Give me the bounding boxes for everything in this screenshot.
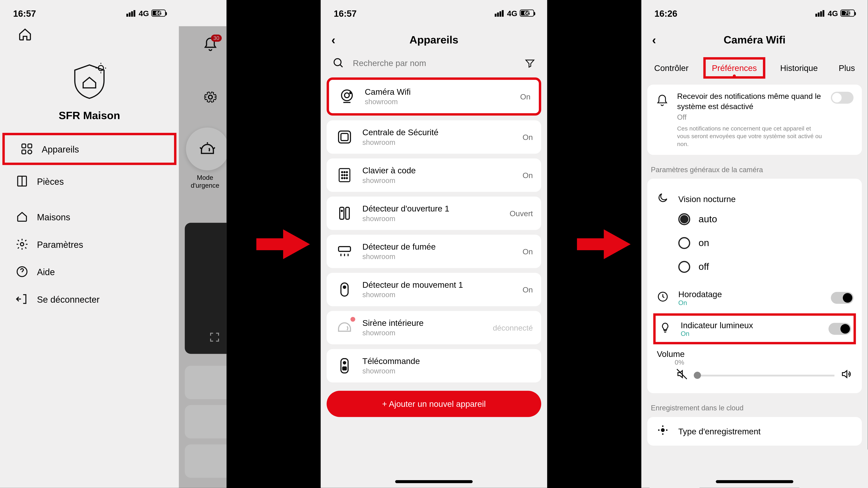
filter-icon[interactable] xyxy=(524,58,535,69)
volume-slider[interactable] xyxy=(694,375,834,377)
svg-point-8 xyxy=(209,95,212,99)
device-smoke[interactable]: Détecteur de fuméeshowroom On xyxy=(327,235,541,268)
notifications-card: Recevoir des notifications même quand le… xyxy=(647,85,862,155)
nav-logout[interactable]: Se déconnecter xyxy=(0,285,179,313)
status-time: 16:57 xyxy=(13,8,36,18)
device-camera-wifi[interactable]: Caméra Wifishowroom On xyxy=(327,77,541,116)
home-icon[interactable] xyxy=(18,27,179,44)
back-button[interactable]: ‹ xyxy=(331,33,335,47)
night-auto-radio[interactable]: auto xyxy=(656,207,854,231)
back-button[interactable]: ‹ xyxy=(652,33,656,47)
device-door-sensor[interactable]: Détecteur d'ouverture 1showroom Ouvert xyxy=(327,197,541,230)
svg-point-6 xyxy=(21,242,24,246)
device-remote[interactable]: Télécommandeshowroom xyxy=(327,349,541,383)
nav-appareils-label: Appareils xyxy=(42,144,79,154)
page-title: Appareils xyxy=(409,34,458,46)
timestamp-toggle[interactable] xyxy=(831,292,854,304)
add-device-button[interactable]: + Ajouter un nouvel appareil xyxy=(327,391,541,417)
bulb-icon xyxy=(658,322,672,336)
search-icon[interactable] xyxy=(333,57,344,69)
record-type-icon xyxy=(656,424,670,439)
device-centrale[interactable]: Centrale de Sécuritéshowroom On xyxy=(327,120,541,154)
volume-title: Volume xyxy=(657,349,854,359)
nav-appareils[interactable]: Appareils xyxy=(2,133,176,165)
smoke-icon xyxy=(335,242,354,261)
notif-desc: Ces notifications ne concernent que cet … xyxy=(677,125,823,148)
list-row[interactable]: › xyxy=(185,366,226,399)
nav-maisons[interactable]: Maisons xyxy=(0,203,179,231)
nav-parametres[interactable]: Paramètres xyxy=(0,231,179,258)
status-bar: 16:26 4G 70 xyxy=(641,0,868,26)
signal-icon xyxy=(126,10,135,16)
device-status: On xyxy=(523,247,533,256)
nav-aide[interactable]: Aide xyxy=(0,258,179,285)
speaker-icon[interactable] xyxy=(840,368,852,383)
battery-icon: 66 xyxy=(151,9,166,17)
svg-point-32 xyxy=(343,362,346,364)
battery-icon: 70 xyxy=(840,9,855,17)
device-room: showroom xyxy=(365,98,512,106)
settings-icon[interactable] xyxy=(203,90,218,107)
svg-point-4 xyxy=(28,150,32,154)
night-on-radio[interactable]: on xyxy=(656,231,854,255)
home-indicator[interactable] xyxy=(395,480,473,483)
svg-point-24 xyxy=(346,177,347,178)
flow-arrow-icon xyxy=(256,226,310,262)
device-name: Télécommande xyxy=(363,356,524,366)
cloud-card[interactable]: Type d'enregistrement xyxy=(647,417,862,446)
tab-plus[interactable]: Plus xyxy=(833,60,861,76)
notif-toggle[interactable] xyxy=(831,92,854,104)
device-keypad[interactable]: Clavier à codeshowroom On xyxy=(327,158,541,192)
camera-preview-card[interactable] xyxy=(185,223,226,354)
background-screen: 30 Mode d'urgence › › › xyxy=(179,26,226,488)
led-state: On xyxy=(681,330,820,337)
nav-logout-label: Se déconnecter xyxy=(37,294,99,304)
device-name: Centrale de Sécurité xyxy=(363,128,514,137)
phone-devices: 16:57 4G 66 ‹ Appareils Caméra Wifishowr… xyxy=(321,0,547,488)
brand-title: SFR Maison xyxy=(0,110,179,122)
led-title: Indicateur lumineux xyxy=(681,321,820,330)
home-indicator[interactable] xyxy=(716,480,793,483)
svg-point-10 xyxy=(342,90,352,101)
device-room: showroom xyxy=(363,176,514,185)
mute-icon[interactable] xyxy=(676,368,688,383)
notifications-icon[interactable]: 30 xyxy=(203,37,218,55)
device-siren[interactable]: Sirène intérieureshowroom déconnecté xyxy=(327,311,541,344)
flow-arrow-icon xyxy=(577,226,631,262)
svg-rect-13 xyxy=(339,131,351,143)
device-room: showroom xyxy=(363,138,514,147)
device-name: Détecteur de mouvement 1 xyxy=(363,280,514,290)
nav-pieces[interactable]: Pièces xyxy=(0,167,179,195)
night-auto-label: auto xyxy=(699,214,717,225)
led-toggle[interactable] xyxy=(829,323,851,335)
camera-icon xyxy=(337,87,356,106)
battery-icon: 66 xyxy=(520,9,534,17)
status-bar: 16:57 4G 66 xyxy=(321,0,547,26)
status-time: 16:26 xyxy=(654,8,677,18)
expand-icon[interactable] xyxy=(209,331,221,346)
device-motion[interactable]: Détecteur de mouvement 1showroom On xyxy=(327,273,541,306)
svg-rect-2 xyxy=(28,144,32,148)
device-room: showroom xyxy=(363,291,514,299)
active-dot-icon xyxy=(733,74,736,77)
svg-point-35 xyxy=(661,429,664,432)
svg-point-20 xyxy=(344,174,345,176)
svg-point-11 xyxy=(344,93,349,98)
tab-preferences[interactable]: Préférences xyxy=(704,57,765,78)
svg-rect-28 xyxy=(339,247,351,251)
tab-controler[interactable]: Contrôler xyxy=(648,60,694,76)
svg-point-39 xyxy=(662,433,664,435)
bell-icon xyxy=(656,92,669,110)
device-status: Ouvert xyxy=(509,209,533,218)
phone-camera-prefs: 16:26 4G 70 ‹ Caméra Wifi Contrôler Préf… xyxy=(641,0,868,488)
tab-historique[interactable]: Historique xyxy=(774,60,824,76)
emergency-button[interactable] xyxy=(186,128,226,170)
list-row[interactable]: › xyxy=(185,405,226,438)
svg-point-12 xyxy=(350,92,351,94)
night-off-radio[interactable]: off xyxy=(656,255,854,279)
hub-icon xyxy=(335,128,354,147)
svg-rect-3 xyxy=(22,150,26,154)
svg-rect-1 xyxy=(22,144,26,148)
list-row[interactable]: › xyxy=(185,444,226,478)
search-input[interactable] xyxy=(353,58,516,68)
